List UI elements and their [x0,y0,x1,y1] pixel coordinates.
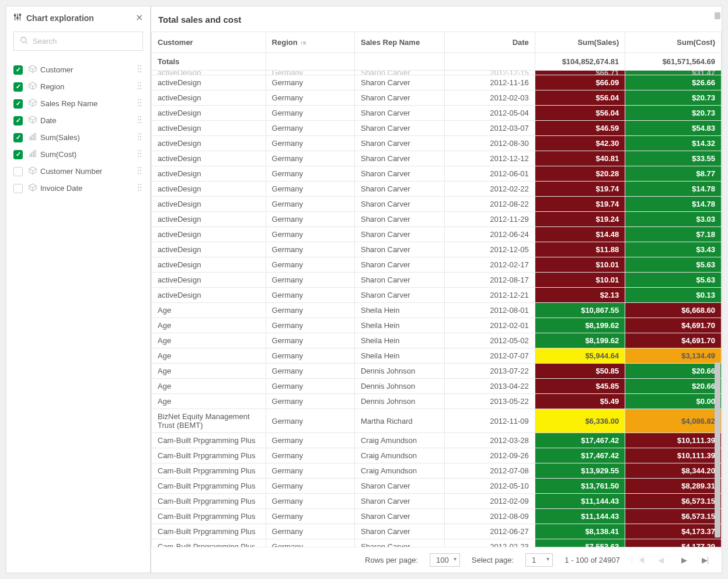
cell-rep[interactable]: Sharon Carver [354,227,444,242]
cell-region[interactable]: Germany [266,121,354,136]
cell-region[interactable]: Germany [266,433,354,448]
cell-sales[interactable]: $7,553.63 [535,539,625,547]
cell-cost[interactable]: $0.00 [625,394,722,409]
cell-date[interactable]: 2012-06-24 [445,227,535,242]
cell-cost[interactable]: $5.63 [625,273,722,288]
cell-rep[interactable]: Sharon Carver [354,151,444,166]
cell-cost[interactable]: $8.77 [625,166,722,182]
table-row[interactable]: activeDesignGermanySharon Carver2012-02-… [152,257,722,273]
cell-date[interactable]: 2012-02-03 [445,90,535,106]
cell-region[interactable]: Germany [266,348,354,364]
cell-date[interactable]: 2013-07-22 [445,364,535,379]
checkbox[interactable] [13,184,23,193]
cell-sales[interactable]: $66.09 [535,75,625,90]
cell-sales[interactable]: $56.04 [535,90,625,106]
cell-rep[interactable]: Sharon Carver [354,494,444,509]
cell-customer[interactable]: activeDesign [152,136,266,151]
table-row[interactable]: activeDesignGermanySharon Carver2012-12-… [152,71,722,75]
table-row[interactable]: AgeGermanyDennis Johnson2013-05-22$5.49$… [152,394,722,409]
checkbox[interactable] [13,116,23,125]
cell-sales[interactable]: $10,867.55 [535,303,625,318]
prev-page-icon[interactable]: ◀ [655,556,667,564]
cell-cost[interactable]: $4,691.70 [625,333,722,348]
cell-rep[interactable]: Sheila Hein [354,333,444,348]
cell-rep[interactable]: Sharon Carver [354,257,444,273]
cell-region[interactable]: Germany [266,288,354,303]
cell-customer[interactable]: activeDesign [152,197,266,212]
cell-rep[interactable]: Sharon Carver [354,197,444,212]
table-row[interactable]: activeDesignGermanySharon Carver2012-12-… [152,151,722,166]
checkbox[interactable] [13,65,23,75]
table-row[interactable]: Cam-Built Prpgramming PlusGermanySharon … [152,479,722,494]
table-row[interactable]: activeDesignGermanySharon Carver2012-06-… [152,166,722,182]
cell-rep[interactable]: Sharon Carver [354,524,444,539]
cell-region[interactable]: Germany [266,273,354,288]
cell-cost[interactable]: $14.78 [625,197,722,212]
cell-region[interactable]: Germany [266,136,354,151]
cell-customer[interactable]: Cam-Built Prpgramming Plus [152,509,266,524]
cell-date[interactable]: 2012-11-29 [445,212,535,227]
cell-region[interactable]: Germany [266,303,354,318]
cell-rep[interactable]: Sheila Hein [354,303,444,318]
cell-region[interactable]: Germany [266,197,354,212]
col-customer[interactable]: Customer [152,32,266,53]
cell-customer[interactable]: Cam-Built Prpgramming Plus [152,494,266,509]
cell-region[interactable]: Germany [266,242,354,257]
drag-handle-icon[interactable] [136,65,143,75]
cell-customer[interactable]: Age [152,333,266,348]
cell-date[interactable]: 2012-02-01 [445,318,535,333]
rows-per-page-select[interactable]: 100 [430,553,460,567]
cell-customer[interactable]: activeDesign [152,227,266,242]
cell-sales[interactable]: $19.24 [535,212,625,227]
col-sales-rep[interactable]: Sales Rep Name [354,32,444,53]
table-row[interactable]: AgeGermanySheila Hein2012-05-02$8,199.62… [152,333,722,348]
cell-sales[interactable]: $8,199.62 [535,318,625,333]
drag-handle-icon[interactable] [136,132,143,142]
cell-rep[interactable]: Sheila Hein [354,318,444,333]
field-item[interactable]: Date [13,112,143,129]
col-date[interactable]: Date [445,32,535,53]
field-item[interactable]: Customer [13,61,143,78]
cell-cost[interactable]: $8,289.31 [625,479,722,494]
cell-sales[interactable]: $8,199.62 [535,333,625,348]
table-row[interactable]: Cam-Built Prpgramming PlusGermanySharon … [152,539,722,547]
cell-customer[interactable]: activeDesign [152,182,266,197]
cell-rep[interactable]: Sheila Hein [354,348,444,364]
cell-date[interactable]: 2012-09-26 [445,448,535,463]
cell-region[interactable]: Germany [266,106,354,121]
cell-cost[interactable]: $20.66 [625,364,722,379]
cell-sales[interactable]: $6,336.00 [535,409,625,433]
cell-date[interactable]: 2012-12-12 [445,151,535,166]
cell-rep[interactable]: Sharon Carver [354,288,444,303]
cell-customer[interactable]: Age [152,379,266,394]
cell-region[interactable]: Germany [266,463,354,479]
cell-rep[interactable]: Sharon Carver [354,106,444,121]
cell-customer[interactable]: Age [152,318,266,333]
cell-cost[interactable]: $7.18 [625,227,722,242]
cell-sales[interactable]: $19.74 [535,182,625,197]
cell-customer[interactable]: activeDesign [152,106,266,121]
cell-date[interactable]: 2012-11-09 [445,409,535,433]
search-input-wrap[interactable] [13,32,143,51]
cell-sales[interactable]: $17,467.42 [535,433,625,448]
table-row[interactable]: activeDesignGermanySharon Carver2012-03-… [152,121,722,136]
cell-rep[interactable]: Sharon Carver [354,90,444,106]
cell-customer[interactable]: Cam-Built Prpgramming Plus [152,539,266,547]
cell-cost[interactable]: $10,111.39 [625,433,722,448]
cell-region[interactable]: Germany [266,379,354,394]
table-row[interactable]: activeDesignGermanySharon Carver2012-12-… [152,242,722,257]
table-row[interactable]: AgeGermanyDennis Johnson2013-04-22$45.85… [152,379,722,394]
cell-sales[interactable]: $14.48 [535,227,625,242]
table-row[interactable]: AgeGermanySheila Hein2012-08-01$10,867.5… [152,303,722,318]
cell-date[interactable]: 2013-05-22 [445,394,535,409]
cell-cost[interactable]: $20.73 [625,90,722,106]
search-input[interactable] [33,37,137,46]
cell-sales[interactable]: $42.30 [535,136,625,151]
cell-customer[interactable]: Cam-Built Prpgramming Plus [152,448,266,463]
table-row[interactable]: activeDesignGermanySharon Carver2012-02-… [152,90,722,106]
cell-sales[interactable]: $13,929.55 [535,463,625,479]
drag-handle-icon[interactable] [136,116,143,125]
cell-cost[interactable]: $6,573.15 [625,494,722,509]
cell-customer[interactable]: activeDesign [152,212,266,227]
table-row[interactable]: activeDesignGermanySharon Carver2012-11-… [152,75,722,90]
